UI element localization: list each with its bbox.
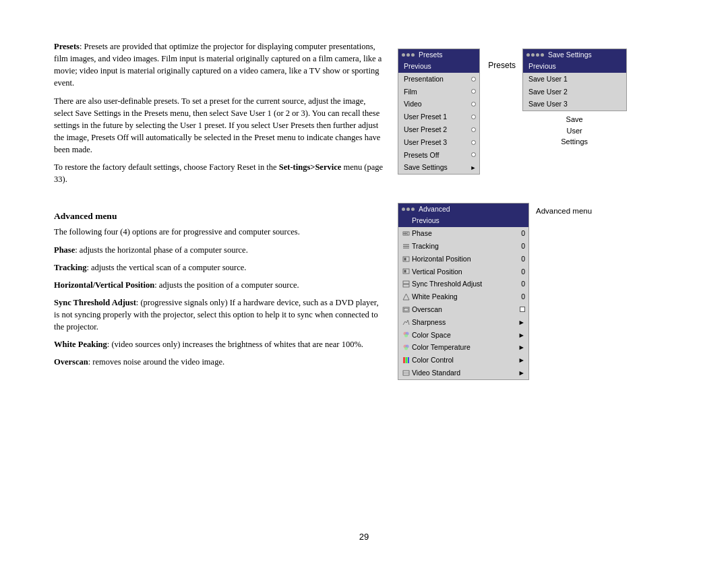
syncthresh-icon xyxy=(402,280,410,288)
presets-savesettings-arrow: ► xyxy=(470,163,476,173)
advanced-header-dots xyxy=(402,208,415,211)
advanced-intro-para: The following four (4) options are for p… xyxy=(54,226,384,238)
presets-user3-radio xyxy=(471,140,476,145)
presets-user3-label: User Preset 3 xyxy=(404,137,447,148)
advanced-content-area: Advanced menu The following four (4) opt… xyxy=(54,203,674,379)
svg-rect-9 xyxy=(404,257,406,260)
videostandard-icon xyxy=(402,369,410,377)
svg-rect-24 xyxy=(405,357,407,363)
presets-film-label: Film xyxy=(404,86,417,98)
save-settings-user1-label: Save User 1 xyxy=(528,73,568,85)
presets-savesettings-label: Save Settings xyxy=(404,162,448,173)
left-text-column: Presets: Presets are provided that optim… xyxy=(54,40,384,191)
advanced-menu-title-label: Advanced xyxy=(419,205,450,213)
presets-item-previous[interactable]: Previous xyxy=(398,60,479,73)
advanced-whitepeaking-label: White Peaking xyxy=(412,291,518,303)
advanced-previous-label: Previous xyxy=(412,215,525,226)
presets-userdefinable-para: There are also user-definable presets. T… xyxy=(54,95,384,156)
save-settings-item-user1[interactable]: Save User 1 xyxy=(523,73,626,86)
overscan-desc: : removes noise around the video image. xyxy=(88,357,224,367)
svg-rect-25 xyxy=(408,357,409,363)
advanced-videostandard-arrow: ► xyxy=(518,367,525,379)
advanced-item-syncthresh[interactable]: Sync Threshold Adjust 0 xyxy=(398,278,528,290)
presets-header-dots xyxy=(402,53,415,57)
advanced-tracking-label: Tracking xyxy=(412,241,518,252)
advanced-item-tracking[interactable]: Tracking 0 xyxy=(398,240,528,253)
svg-point-19 xyxy=(404,334,408,338)
advanced-section: Advanced menu The following four (4) opt… xyxy=(54,203,674,379)
presets-item-user2[interactable]: User Preset 2 xyxy=(398,123,479,136)
vertpos-icon xyxy=(402,268,410,276)
advanced-syncthresh-label: Sync Threshold Adjust xyxy=(412,278,518,290)
advanced-item-overscan[interactable]: Overscan xyxy=(398,303,528,316)
presets-item-savesettings[interactable]: Save Settings ► xyxy=(398,161,479,174)
presets-item-video[interactable]: Video xyxy=(398,98,479,111)
save-settings-item-user2[interactable]: Save User 2 xyxy=(523,86,626,98)
advanced-item-whitepeaking[interactable]: White Peaking 0 xyxy=(398,290,528,303)
advanced-item-colorspace[interactable]: Color Space ► xyxy=(398,329,528,342)
presets-user1-label: User Preset 1 xyxy=(404,111,447,123)
advanced-item-horizpos[interactable]: Horizontal Position 0 xyxy=(398,253,528,266)
advanced-phase-label: Phase xyxy=(412,228,518,239)
advanced-colorspace-label: Color Space xyxy=(412,330,515,341)
presets-item-film[interactable]: Film xyxy=(398,86,479,98)
presets-menus-row: Presets Previous Presentation Film Vid xyxy=(398,49,627,175)
colorcontrol-icon xyxy=(402,356,410,365)
svg-rect-23 xyxy=(403,357,405,363)
svg-rect-11 xyxy=(404,270,406,273)
phase-bold-term: Phase xyxy=(54,245,75,255)
presets-label-and-save: Presets Save Setting xyxy=(488,49,627,148)
advanced-menu-right-label: Advanced menu xyxy=(536,207,592,215)
presets-presetsoff-label: Presets Off xyxy=(404,150,439,161)
presets-label-row: Presets Save Setting xyxy=(488,49,627,111)
tracking-bold-term: Tracking xyxy=(54,263,86,272)
factory-reset-para: To restore the factory default settings,… xyxy=(54,161,384,185)
save-user-settings-label: SaveUserSettings xyxy=(522,114,627,148)
svg-point-22 xyxy=(404,347,408,350)
tracking-desc: : adjusts the vertical scan of a compute… xyxy=(86,263,246,272)
presets-presetsoff-radio xyxy=(471,152,476,157)
advanced-item-videostandard[interactable]: Video Standard ► xyxy=(398,367,528,379)
presets-intro-text: : Presets are provided that optimize the… xyxy=(54,42,382,88)
page-number: 29 xyxy=(359,532,369,542)
presets-label-text: Presets xyxy=(488,61,516,70)
presets-item-presentation[interactable]: Presentation xyxy=(398,73,479,86)
presets-item-user3[interactable]: User Preset 3 xyxy=(398,136,479,149)
advanced-colorcontrol-arrow: ► xyxy=(518,354,525,366)
save-settings-header: Save Settings xyxy=(523,49,626,60)
save-settings-user2-label: Save User 2 xyxy=(528,86,568,98)
advanced-colortemp-arrow: ► xyxy=(518,342,525,353)
phase-icon xyxy=(402,230,410,238)
advanced-item-previous[interactable]: Previous xyxy=(398,214,528,227)
colortemp-icon xyxy=(402,344,410,352)
advanced-colorspace-arrow: ► xyxy=(518,330,525,341)
presets-previous-label: Previous xyxy=(404,61,431,72)
save-settings-menu-box: Save Settings Previous Save User 1 Save … xyxy=(522,49,627,111)
presets-item-user1[interactable]: User Preset 1 xyxy=(398,111,479,123)
advanced-left-column: Advanced menu The following four (4) opt… xyxy=(54,203,384,379)
overscan-checkbox-sq[interactable] xyxy=(520,307,525,312)
presets-menu-box: Presets Previous Presentation Film Vid xyxy=(398,49,480,175)
presets-menu-title: Presets xyxy=(419,51,443,59)
advanced-item-colorcontrol[interactable]: Color Control ► xyxy=(398,354,528,367)
advanced-item-phase[interactable]: Phase 0 xyxy=(398,227,528,240)
horizvert-bold-term: Horizontal/Vertical Position xyxy=(54,280,154,290)
advanced-overscan-checkbox xyxy=(520,304,525,315)
advanced-item-vertpos[interactable]: Vertical Position 0 xyxy=(398,266,528,278)
presets-video-label: Video xyxy=(404,98,422,110)
advanced-syncthresh-value: 0 xyxy=(521,278,525,290)
tracking-para: Tracking: adjusts the vertical scan of a… xyxy=(54,261,384,274)
advanced-vertpos-value: 0 xyxy=(521,266,525,278)
advanced-item-sharpness[interactable]: Sharpness ► xyxy=(398,316,528,329)
presets-user1-radio xyxy=(471,115,476,119)
save-settings-item-user3[interactable]: Save User 3 xyxy=(523,98,626,111)
save-settings-item-previous[interactable]: Previous xyxy=(523,60,626,73)
advanced-horizpos-value: 0 xyxy=(521,253,525,265)
horizpos-icon xyxy=(402,255,410,263)
advanced-previous-icon xyxy=(402,217,410,225)
horizvert-desc: : adjusts the position of a computer sou… xyxy=(154,280,299,290)
presets-item-presetsoff[interactable]: Presets Off xyxy=(398,149,479,162)
overscan-para: Overscan: removes noise around the video… xyxy=(54,356,384,368)
advanced-item-colortemp[interactable]: Color Temperature ► xyxy=(398,341,528,354)
advanced-tracking-value: 0 xyxy=(521,241,525,252)
